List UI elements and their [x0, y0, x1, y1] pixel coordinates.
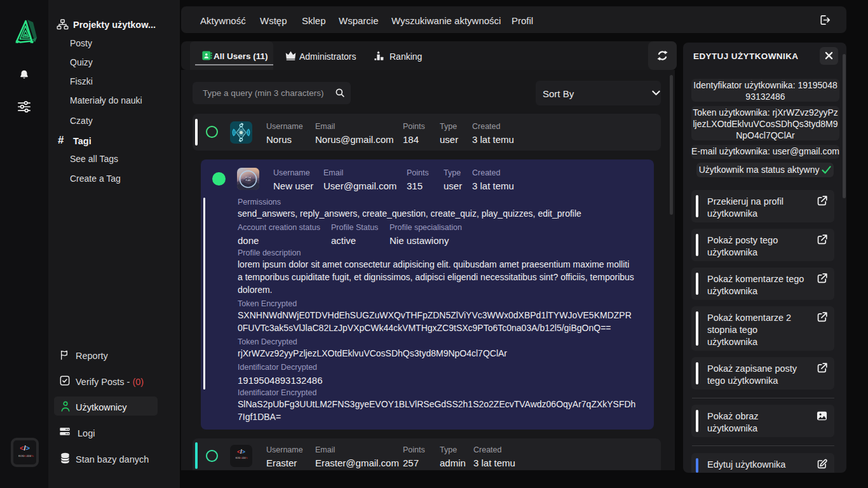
svg-text:PLAN: PLAN — [246, 179, 251, 182]
svg-text:YOUR: YOUR — [245, 177, 252, 179]
